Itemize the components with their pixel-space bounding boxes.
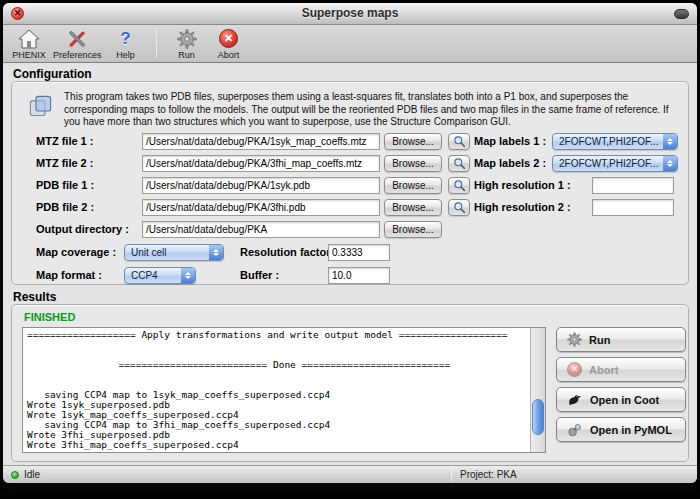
window-title: Superpose maps bbox=[3, 3, 697, 24]
pdb-file-1-browse-button[interactable]: Browse... bbox=[384, 177, 442, 194]
mtz-file-2-inspect-button[interactable] bbox=[448, 155, 470, 172]
mtz-file-1-row: MTZ file 1 : Browse... Map labels 1 : 2F… bbox=[12, 133, 688, 151]
mtz-file-2-browse-button[interactable]: Browse... bbox=[384, 155, 442, 172]
toolbar-phenix-label: PHENIX bbox=[12, 50, 46, 60]
dropdown-arrows-icon bbox=[663, 156, 677, 171]
toolbar-separator bbox=[156, 29, 157, 58]
map-labels-1-value: 2FOFCWT,PHI2FOF... bbox=[559, 136, 658, 147]
map-coverage-dropdown[interactable]: Unit cell bbox=[124, 244, 224, 261]
status-bar: Idle Project: PKA bbox=[3, 465, 697, 483]
open-in-pymol-button[interactable]: Open in PyMOL bbox=[556, 417, 686, 442]
map-format-value: CCP4 bbox=[131, 270, 158, 281]
pdb-file-1-row: PDB file 1 : Browse... High resolution 1… bbox=[12, 177, 688, 195]
pdb-file-2-browse-button[interactable]: Browse... bbox=[384, 199, 442, 216]
run-gear-icon bbox=[177, 27, 197, 50]
map-labels-2-dropdown[interactable]: 2FOFCWT,PHI2FOF... bbox=[552, 155, 678, 172]
pdb-file-1-inspect-button[interactable] bbox=[448, 177, 470, 194]
toolbar-help-button[interactable]: ? Help bbox=[108, 27, 144, 60]
pymol-icon bbox=[567, 422, 583, 438]
console-output[interactable]: =================== Apply transformation… bbox=[22, 327, 546, 453]
toolbar-run-button[interactable]: Run bbox=[169, 27, 205, 60]
high-resolution-1-label: High resolution 1 : bbox=[474, 179, 571, 191]
pdb-file-2-label: PDB file 2 : bbox=[36, 201, 94, 213]
magnifier-icon bbox=[453, 135, 466, 148]
toolbar-phenix-button[interactable]: PHENIX bbox=[11, 27, 47, 60]
configuration-section-title: Configuration bbox=[13, 67, 92, 81]
map-labels-1-label: Map labels 1 : bbox=[474, 135, 546, 147]
toolbar-run-label: Run bbox=[178, 50, 195, 60]
magnifier-icon bbox=[453, 157, 466, 170]
abort-button[interactable]: ✕ Abort bbox=[556, 357, 686, 382]
phenix-home-icon bbox=[18, 27, 40, 50]
open-in-coot-button[interactable]: Open in Coot bbox=[556, 387, 686, 412]
toolbar-help-label: Help bbox=[116, 50, 135, 60]
map-format-dropdown[interactable]: CCP4 bbox=[124, 267, 196, 284]
help-icon: ? bbox=[120, 27, 130, 50]
magnifier-icon bbox=[453, 179, 466, 192]
map-labels-2-value: 2FOFCWT,PHI2FOF... bbox=[559, 158, 658, 169]
map-coverage-value: Unit cell bbox=[131, 247, 167, 258]
abort-icon: ✕ bbox=[567, 362, 582, 377]
mtz-file-1-label: MTZ file 1 : bbox=[36, 135, 93, 147]
configuration-panel: This program takes two PDB files, superp… bbox=[11, 81, 689, 285]
program-description: This program takes two PDB files, superp… bbox=[64, 91, 674, 129]
magnifier-icon bbox=[453, 201, 466, 214]
status-idle-icon bbox=[11, 471, 19, 479]
toolbar-abort-label: Abort bbox=[218, 50, 240, 60]
map-format-row: Map format : CCP4 Buffer : bbox=[12, 267, 688, 285]
map-format-label: Map format : bbox=[36, 269, 102, 281]
high-resolution-2-label: High resolution 2 : bbox=[474, 201, 571, 213]
open-in-pymol-label: Open in PyMOL bbox=[590, 424, 672, 436]
output-directory-input[interactable] bbox=[142, 221, 380, 238]
abort-button-label: Abort bbox=[589, 364, 618, 376]
buffer-input[interactable] bbox=[328, 267, 390, 284]
mtz-file-2-input[interactable] bbox=[142, 155, 380, 172]
superpose-program-icon bbox=[27, 93, 54, 120]
high-resolution-2-input[interactable] bbox=[592, 199, 674, 216]
resolution-factor-label: Resolution factor : bbox=[240, 246, 337, 258]
abort-icon: ✕ bbox=[219, 27, 238, 50]
pdb-file-2-input[interactable] bbox=[142, 199, 380, 216]
coot-bird-icon bbox=[567, 392, 583, 408]
output-directory-label: Output directory : bbox=[36, 223, 129, 235]
output-directory-row: Output directory : Browse... bbox=[12, 221, 688, 239]
pdb-file-2-row: PDB file 2 : Browse... High resolution 2… bbox=[12, 199, 688, 217]
results-buttons: Run ✕ Abort Open in Coot Open in PyMOL bbox=[556, 327, 686, 442]
results-section-title: Results bbox=[13, 290, 56, 304]
toolbar: PHENIX Preferences ? Help Run ✕ Abort bbox=[3, 25, 697, 63]
status-text: Idle bbox=[24, 469, 40, 480]
status-badge: FINISHED bbox=[24, 311, 75, 323]
console-scrollbar[interactable] bbox=[530, 328, 545, 452]
run-button-label: Run bbox=[589, 334, 610, 346]
toolbar-preferences-label: Preferences bbox=[53, 50, 102, 60]
statusbar-divider bbox=[451, 468, 452, 481]
mtz-file-1-input[interactable] bbox=[142, 133, 380, 150]
title-bar[interactable]: ✕ Superpose maps bbox=[3, 3, 697, 25]
scrollbar-thumb[interactable] bbox=[532, 399, 544, 435]
project-label: Project: PKA bbox=[460, 469, 517, 480]
run-gear-icon bbox=[567, 332, 582, 347]
mtz-file-1-inspect-button[interactable] bbox=[448, 133, 470, 150]
open-in-coot-label: Open in Coot bbox=[590, 394, 659, 406]
map-labels-1-dropdown[interactable]: 2FOFCWT,PHI2FOF... bbox=[552, 133, 678, 150]
dropdown-arrows-icon bbox=[663, 134, 677, 149]
toolbar-preferences-button[interactable]: Preferences bbox=[53, 27, 102, 60]
pdb-file-1-label: PDB file 1 : bbox=[36, 179, 94, 191]
output-directory-browse-button[interactable]: Browse... bbox=[384, 221, 442, 238]
console-text: =================== Apply transformation… bbox=[23, 328, 530, 452]
mtz-file-2-row: MTZ file 2 : Browse... Map labels 2 : 2F… bbox=[12, 155, 688, 173]
app-window: ✕ Superpose maps PHENIX Preferences ? He… bbox=[3, 3, 697, 483]
toolbar-toggle-button[interactable] bbox=[674, 9, 689, 19]
buffer-label: Buffer : bbox=[240, 269, 279, 281]
run-button[interactable]: Run bbox=[556, 327, 686, 352]
pdb-file-2-inspect-button[interactable] bbox=[448, 199, 470, 216]
map-coverage-label: Map coverage : bbox=[36, 246, 116, 258]
high-resolution-1-input[interactable] bbox=[592, 177, 674, 194]
dropdown-arrows-icon bbox=[209, 245, 223, 260]
toolbar-abort-button[interactable]: ✕ Abort bbox=[211, 27, 247, 60]
pdb-file-1-input[interactable] bbox=[142, 177, 380, 194]
close-button[interactable]: ✕ bbox=[11, 7, 24, 20]
mtz-file-1-browse-button[interactable]: Browse... bbox=[384, 133, 442, 150]
mtz-file-2-label: MTZ file 2 : bbox=[36, 157, 93, 169]
resolution-factor-input[interactable] bbox=[328, 244, 390, 261]
